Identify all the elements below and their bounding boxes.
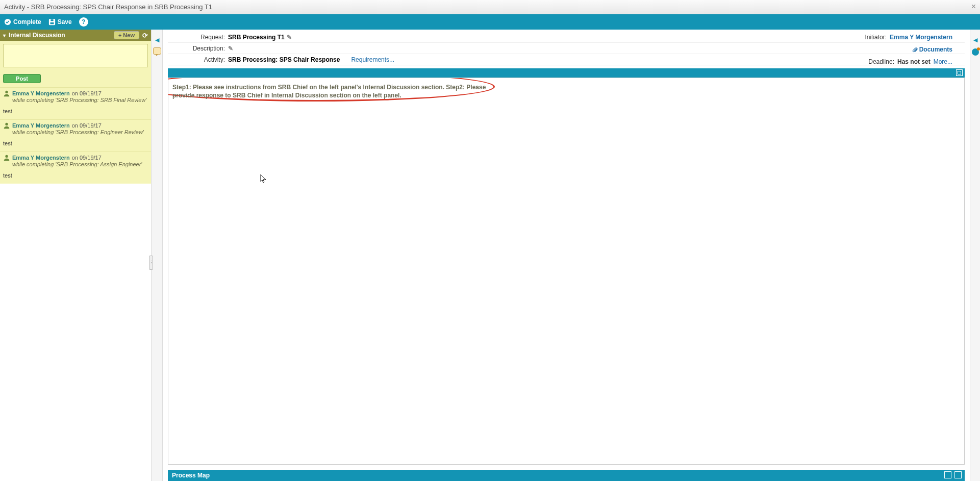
post-body: test [3,108,148,114]
info-right-block: Initiator: Emma Y Morgenstern Documents … [865,32,952,67]
save-button[interactable]: Save [48,18,72,26]
checkmark-circle-icon [4,18,11,26]
compose-textarea[interactable] [3,44,148,67]
svg-point-5 [5,123,8,125]
action-toolbar: Complete Save ? [0,14,980,30]
post-body: test [3,140,148,146]
post-item: Emma Y Morgenstern on 09/19/17 while com… [0,151,151,184]
deadline-more-link[interactable]: More... [934,58,952,65]
post-button[interactable]: Post [3,74,41,83]
info-bulb-icon[interactable] [972,48,979,56]
collapse-left-icon[interactable]: ◀ [155,37,159,43]
post-item: Emma Y Morgenstern on 09/19/17 while com… [0,87,151,119]
initiator-label: Initiator: [865,34,887,41]
initiator-row: Initiator: Emma Y Morgenstern [865,32,952,43]
window-title: Activity - SRB Processing: SPS Chair Res… [4,3,212,11]
post-context: while completing 'SRB Processing: SRB Fi… [12,97,148,103]
post-item: Emma Y Morgenstern on 09/19/17 while com… [0,119,151,151]
expand-content-icon[interactable] [956,69,963,76]
svg-point-4 [5,91,8,93]
process-map-title: Process Map [172,472,210,479]
info-grid: Request: SRB Processing T1 ✎ Description… [163,30,970,65]
activity-value: SRB Processing: SPS Chair Response [228,56,340,63]
complete-label: Complete [13,18,41,26]
process-map-wrap: Process Map [163,465,970,481]
user-avatar-icon [3,90,10,97]
post-author[interactable]: Emma Y Morgenstern [12,155,70,161]
discussion-header[interactable]: ▾ Internal Discussion + New ⟳ [0,30,151,41]
posts-list: Emma Y Morgenstern on 09/19/17 while com… [0,87,151,481]
post-button-row: Post [0,72,151,87]
initiator-link[interactable]: Emma Y Morgenstern [890,34,952,41]
refresh-icon[interactable]: ⟳ [142,32,148,39]
collapse-chevron-icon[interactable]: ▾ [3,33,6,38]
close-icon[interactable]: × [971,2,976,11]
discussion-panel: ▾ Internal Discussion + New ⟳ Post Emma … [0,30,152,481]
post-author[interactable]: Emma Y Morgenstern [12,122,70,129]
save-icon [48,18,56,26]
right-collapse-strip: ◀ [970,30,980,481]
content-box-wrap: Step1: Please see instructions from SRB … [163,65,970,465]
save-label: Save [58,18,72,26]
deadline-row: Deadline: Has not set More... [868,56,952,67]
post-body: test [3,172,148,179]
documents-link[interactable]: Documents [912,46,952,53]
documents-row: Documents [912,44,952,55]
svg-rect-3 [51,19,53,21]
info-row-description: Description: ✎ [168,43,965,54]
post-author[interactable]: Emma Y Morgenstern [12,90,70,96]
info-row-activity: Activity: SRB Processing: SPS Chair Resp… [168,54,965,65]
deadline-value: Has not set [897,58,931,65]
post-date: on 09/19/17 [72,90,102,96]
edit-request-icon[interactable]: ✎ [287,34,292,41]
maximize-icon[interactable] [954,471,962,478]
complete-button[interactable]: Complete [4,18,41,26]
user-avatar-icon [3,122,10,129]
content-body: Step1: Please see instructions from SRB … [168,78,965,465]
post-date: on 09/19/17 [72,122,102,129]
post-context: while completing 'SRB Processing: Engine… [12,129,148,135]
content-section-header [168,68,965,78]
left-collapse-strip: ◀ [152,30,163,481]
discussion-bubble-icon[interactable] [153,47,161,55]
deadline-label: Deadline: [868,58,894,65]
user-avatar-icon [3,154,10,161]
new-discussion-button[interactable]: + New [114,31,139,39]
main-layout: ▾ Internal Discussion + New ⟳ Post Emma … [0,30,980,481]
requirements-link[interactable]: Requirements... [351,56,394,63]
paperclip-icon [912,46,918,53]
instruction-text: Step1: Please see instructions from SRB … [172,83,499,99]
post-context: while completing 'SRB Processing: Assign… [12,161,148,167]
minimize-icon[interactable] [944,471,951,478]
description-label: Description: [168,45,228,52]
svg-point-6 [5,155,8,158]
main-content-panel: Request: SRB Processing T1 ✎ Description… [163,30,970,481]
window-title-bar: Activity - SRB Processing: SPS Chair Res… [0,0,980,14]
help-button[interactable]: ? [79,17,88,27]
info-row-request: Request: SRB Processing T1 ✎ [168,32,965,43]
panel-resize-handle[interactable]: ⋮ [149,256,153,270]
request-label: Request: [168,34,228,41]
mouse-cursor-icon [260,174,267,183]
activity-label: Activity: [168,56,228,63]
discussion-title: Internal Discussion [9,32,65,39]
compose-area [0,41,151,72]
process-map-icons [944,471,962,478]
post-date: on 09/19/17 [72,155,102,161]
process-map-header[interactable]: Process Map [168,470,965,481]
edit-description-icon[interactable]: ✎ [228,45,233,52]
svg-rect-2 [50,22,54,24]
collapse-right-icon[interactable]: ◀ [973,37,977,43]
request-value: SRB Processing T1 [228,34,285,41]
